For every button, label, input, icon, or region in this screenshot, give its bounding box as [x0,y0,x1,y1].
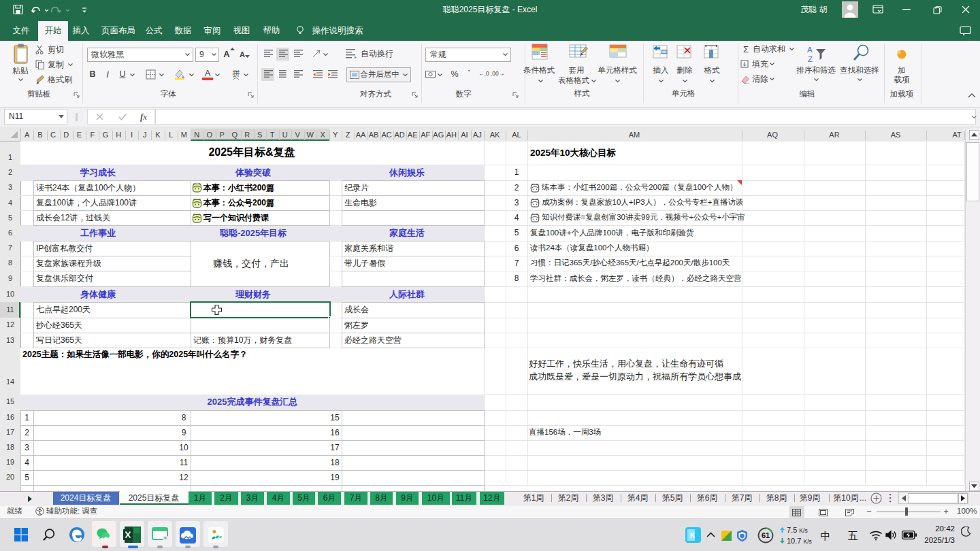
svg-text:Z: Z [808,55,813,63]
svg-text:A: A [807,46,813,54]
